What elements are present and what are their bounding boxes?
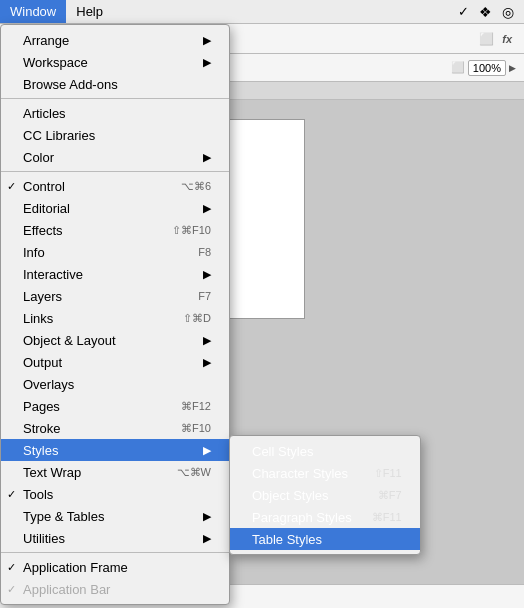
dropbox-icon: ❖ bbox=[479, 4, 492, 20]
submenu-item-cell-styles[interactable]: Cell Styles bbox=[230, 440, 420, 462]
menu-item-interactive[interactable]: Interactive ▶ bbox=[1, 263, 229, 285]
circle-icon: ◎ bbox=[502, 4, 514, 20]
menu-item-stroke[interactable]: Stroke ⌘F10 bbox=[1, 417, 229, 439]
check-icon: ✓ bbox=[7, 583, 16, 596]
menu-item-utilities[interactable]: Utilities ▶ bbox=[1, 527, 229, 549]
arrow-icon: ▶ bbox=[203, 34, 211, 47]
menu-item-editorial[interactable]: Editorial ▶ bbox=[1, 197, 229, 219]
shortcut-links: ⇧⌘D bbox=[163, 312, 211, 325]
menu-item-type-tables[interactable]: Type & Tables ▶ bbox=[1, 505, 229, 527]
check-icon: ✓ bbox=[7, 561, 16, 574]
menu-item-workspace[interactable]: Workspace ▶ bbox=[1, 51, 229, 73]
menu-item-text-wrap[interactable]: Text Wrap ⌥⌘W bbox=[1, 461, 229, 483]
shortcut-layers: F7 bbox=[178, 290, 211, 302]
check-icon: ✓ bbox=[7, 180, 16, 193]
shortcut-effects: ⇧⌘F10 bbox=[152, 224, 211, 237]
menu-item-control[interactable]: ✓ Control ⌥⌘6 bbox=[1, 175, 229, 197]
menu-window[interactable]: Window bbox=[0, 0, 66, 23]
separator-2 bbox=[1, 171, 229, 172]
menu-item-layers[interactable]: Layers F7 bbox=[1, 285, 229, 307]
shortcut-text-wrap: ⌥⌘W bbox=[157, 466, 211, 479]
menu-item-tools[interactable]: ✓ Tools bbox=[1, 483, 229, 505]
arrow-icon: ▶ bbox=[203, 268, 211, 281]
menu-item-styles[interactable]: Styles ▶ Cell Styles Character Styles ⇧F… bbox=[1, 439, 229, 461]
menu-item-pages[interactable]: Pages ⌘F12 bbox=[1, 395, 229, 417]
menu-item-color[interactable]: Color ▶ bbox=[1, 146, 229, 168]
shortcut-paragraph-styles: ⌘F11 bbox=[352, 511, 402, 524]
shortcut-character-styles: ⇧F11 bbox=[354, 467, 402, 480]
menu-bar: Window Help ✓ ❖ ◎ bbox=[0, 0, 524, 24]
menu-item-arrange[interactable]: Arrange ▶ bbox=[1, 29, 229, 51]
zoom-arrow-icon: ▶ bbox=[509, 63, 516, 73]
toolbar-icon-group: ⬜ fx bbox=[479, 32, 516, 46]
arrow-icon: ▶ bbox=[203, 151, 211, 164]
shortcut-info: F8 bbox=[178, 246, 211, 258]
checkmark-icon: ✓ bbox=[458, 4, 469, 19]
menu-item-info[interactable]: Info F8 bbox=[1, 241, 229, 263]
frame-icon: ⬜ bbox=[451, 61, 465, 74]
menu-item-output[interactable]: Output ▶ bbox=[1, 351, 229, 373]
menu-item-app-frame[interactable]: ✓ Application Frame bbox=[1, 556, 229, 578]
menu-item-cc-libraries[interactable]: CC Libraries bbox=[1, 124, 229, 146]
shortcut-stroke: ⌘F10 bbox=[161, 422, 211, 435]
menu-item-browse-addons[interactable]: Browse Add-ons bbox=[1, 73, 229, 95]
menu-item-object-layout[interactable]: Object & Layout ▶ bbox=[1, 329, 229, 351]
submenu-item-character-styles[interactable]: Character Styles ⇧F11 bbox=[230, 462, 420, 484]
arrow-icon: ▶ bbox=[203, 202, 211, 215]
menu-help[interactable]: Help bbox=[66, 0, 113, 23]
align-icon: ⬜ bbox=[479, 32, 494, 46]
submenu-item-object-styles[interactable]: Object Styles ⌘F7 bbox=[230, 484, 420, 506]
window-menu: Arrange ▶ Workspace ▶ Browse Add-ons Art… bbox=[0, 24, 230, 605]
shortcut-control: ⌥⌘6 bbox=[161, 180, 211, 193]
shortcut-object-styles: ⌘F7 bbox=[358, 489, 402, 502]
arrow-icon: ▶ bbox=[203, 532, 211, 545]
shortcut-pages: ⌘F12 bbox=[161, 400, 211, 413]
check-icon: ✓ bbox=[7, 488, 16, 501]
menu-item-effects[interactable]: Effects ⇧⌘F10 bbox=[1, 219, 229, 241]
menu-item-overlays[interactable]: Overlays bbox=[1, 373, 229, 395]
arrow-icon: ▶ bbox=[203, 56, 211, 69]
submenu-item-table-styles[interactable]: Table Styles bbox=[230, 528, 420, 550]
arrow-icon: ▶ bbox=[203, 510, 211, 523]
arrow-icon: ▶ bbox=[203, 444, 211, 457]
zoom-input[interactable]: 100% bbox=[468, 60, 506, 76]
arrow-icon: ▶ bbox=[203, 356, 211, 369]
separator-3 bbox=[1, 552, 229, 553]
menu-item-links[interactable]: Links ⇧⌘D bbox=[1, 307, 229, 329]
menu-item-app-bar[interactable]: ✓ Application Bar bbox=[1, 578, 229, 600]
styles-submenu: Cell Styles Character Styles ⇧F11 Object… bbox=[229, 435, 421, 555]
fx-icon: fx bbox=[502, 33, 512, 45]
separator-1 bbox=[1, 98, 229, 99]
submenu-item-paragraph-styles[interactable]: Paragraph Styles ⌘F11 bbox=[230, 506, 420, 528]
arrow-icon: ▶ bbox=[203, 334, 211, 347]
menu-item-articles[interactable]: Articles bbox=[1, 102, 229, 124]
